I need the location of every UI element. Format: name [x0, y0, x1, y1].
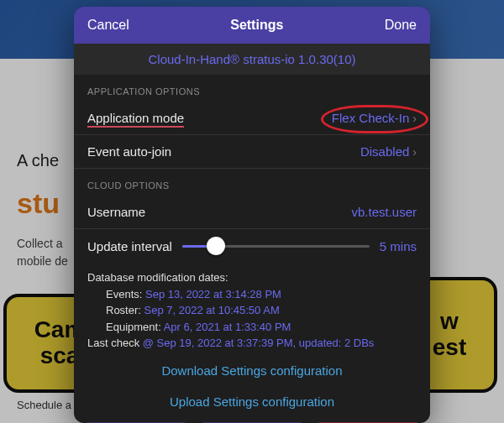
db-equipment-label: Equipment:: [106, 321, 161, 333]
app-version-label: Cloud-In-Hand® stratus-io 1.0.30(10): [74, 44, 430, 75]
upload-settings-config-link[interactable]: Upload Settings configuration: [74, 386, 430, 417]
download-settings-config-link[interactable]: Download Settings configuration: [74, 355, 430, 386]
app-mode-value: Flex Check-In: [332, 111, 410, 125]
db-roster-value: Sep 7, 2022 at 10:45:50 AM: [144, 304, 280, 316]
username-value: vb.test.user: [351, 205, 417, 219]
section-header-cloud-options: CLOUD OPTIONS: [74, 169, 430, 196]
modal-header: Cancel Settings Done: [74, 7, 430, 44]
row-event-auto-join[interactable]: Event auto-join Disabled ›: [74, 135, 430, 169]
chevron-right-icon: ›: [412, 145, 417, 159]
chevron-right-icon: ›: [412, 112, 417, 125]
update-interval-value: 5 mins: [380, 239, 417, 253]
row-username: Username vb.test.user: [74, 196, 430, 229]
slider-thumb[interactable]: [207, 237, 225, 255]
modal-title: Settings: [230, 18, 283, 33]
db-events-value: Sep 13, 2022 at 3:14:28 PM: [145, 288, 281, 300]
bottom-button-bar: Download data Upload log Sign out: [74, 417, 430, 424]
auto-join-value: Disabled: [360, 144, 409, 159]
section-header-app-options: APPLICATION OPTIONS: [74, 75, 430, 102]
username-label: Username: [87, 205, 145, 219]
db-title: Database modification dates:: [87, 269, 417, 286]
settings-modal: Cancel Settings Done Cloud-In-Hand® stra…: [74, 7, 430, 423]
database-dates-block: Database modification dates: Events: Sep…: [74, 263, 430, 355]
settings-body: APPLICATION OPTIONS Application mode Fle…: [74, 75, 430, 423]
update-interval-slider[interactable]: [182, 238, 370, 254]
update-interval-label: Update interval: [87, 239, 172, 253]
row-application-mode[interactable]: Application mode Flex Check-In ›: [74, 102, 430, 135]
db-equipment-value: Apr 6, 2021 at 1:33:40 PM: [164, 321, 291, 333]
auto-join-label: Event auto-join: [87, 144, 171, 159]
db-events-label: Events:: [106, 288, 142, 300]
db-last-check-value: @ Sep 19, 2022 at 3:37:39 PM, updated: 2…: [143, 337, 375, 349]
cancel-button[interactable]: Cancel: [87, 18, 129, 33]
done-button[interactable]: Done: [385, 18, 417, 33]
app-mode-label: Application mode: [87, 111, 184, 128]
row-update-interval: Update interval 5 mins: [74, 229, 430, 263]
db-roster-label: Roster:: [106, 304, 141, 316]
db-last-check-label: Last check: [87, 337, 139, 349]
